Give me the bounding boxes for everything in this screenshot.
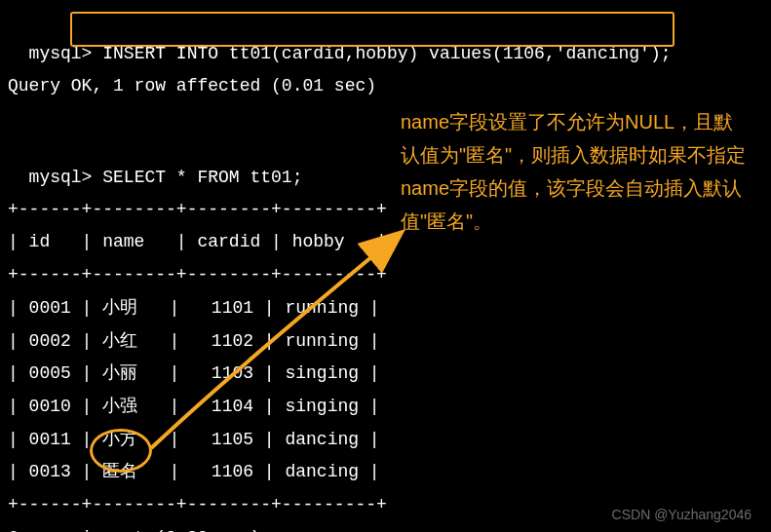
csdn-watermark: CSDN @Yuzhang2046 (612, 507, 752, 522)
anonymous-highlight-circle (90, 429, 152, 473)
rows-summary: 6 rows in set (0.00 sec) (0, 522, 771, 532)
table-row: | 0005 | 小丽 | 1103 | singing | (0, 358, 771, 391)
annotation-comment: name字段设置了不允许为NULL，且默认值为"匿名"，则插入数据时如果不指定n… (401, 105, 752, 238)
mysql-prompt-2: mysql> (29, 168, 93, 187)
select-statement: SELECT * FROM tt01; (102, 168, 302, 187)
table-border-mid: +------+--------+--------+---------+ (0, 259, 771, 292)
query-highlight-box (70, 12, 675, 47)
table-row: | 0001 | 小明 | 1101 | running | (0, 292, 771, 325)
query-ok-line: Query OK, 1 row affected (0.01 sec) (0, 70, 771, 102)
table-row: | 0010 | 小强 | 1104 | singing | (0, 391, 771, 424)
table-row: | 0002 | 小红 | 1102 | running | (0, 325, 771, 359)
